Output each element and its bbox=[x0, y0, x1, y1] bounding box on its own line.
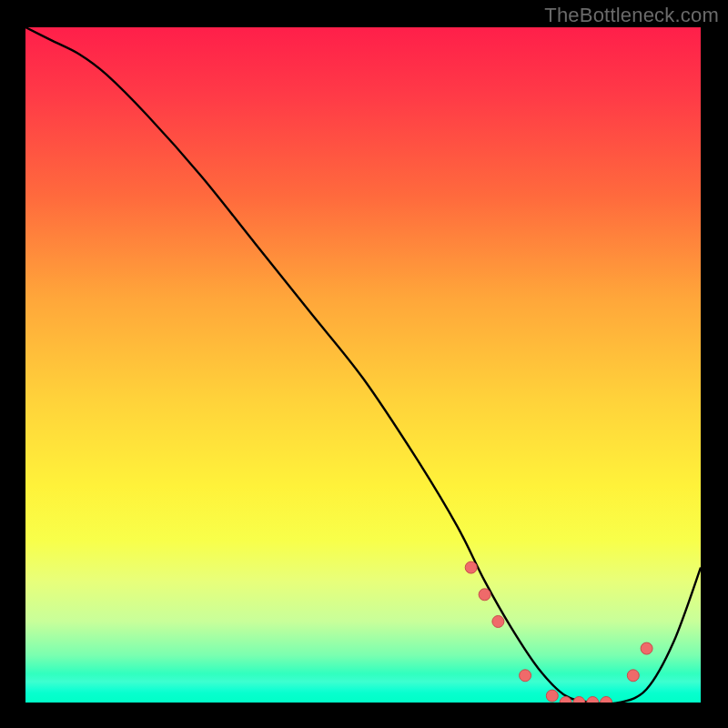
marker-dot bbox=[573, 697, 585, 703]
marker-dot bbox=[492, 616, 504, 628]
marker-dot bbox=[627, 670, 639, 682]
curve-layer bbox=[25, 27, 701, 703]
marker-dot bbox=[520, 670, 531, 682]
marker-dot bbox=[641, 642, 652, 654]
marker-dot bbox=[601, 697, 612, 703]
watermark-text: TheBottleneck.com bbox=[544, 4, 719, 27]
chart-frame: TheBottleneck.com bbox=[0, 0, 728, 728]
marker-dot bbox=[479, 589, 490, 601]
marker-group bbox=[465, 561, 652, 703]
marker-dot bbox=[465, 561, 477, 573]
marker-dot bbox=[546, 690, 558, 702]
bottleneck-curve bbox=[25, 27, 701, 703]
marker-dot bbox=[587, 697, 599, 703]
plot-area bbox=[25, 27, 701, 703]
